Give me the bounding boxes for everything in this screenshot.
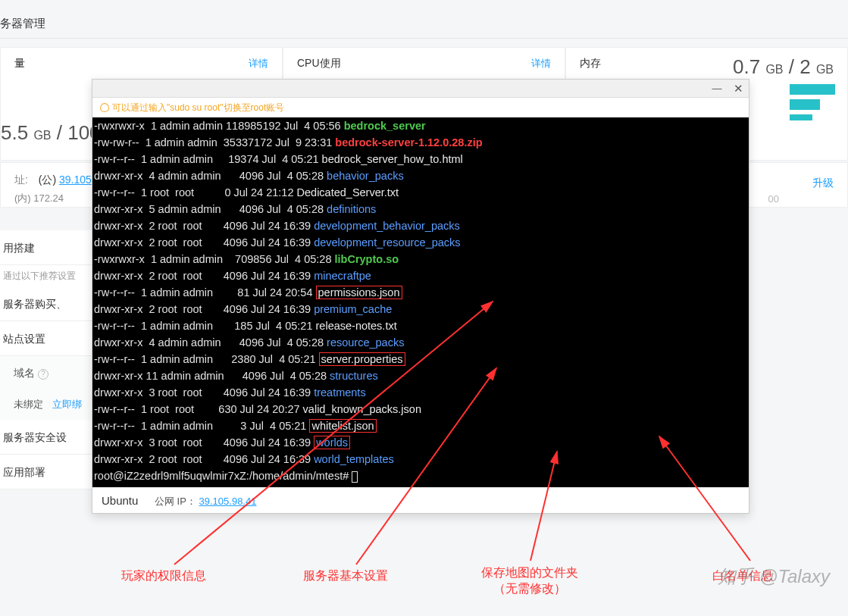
ls-row: -rw-r--r-- 1 root root 630 Jul 24 20:27 … xyxy=(94,401,747,417)
page-title: 务器管理 xyxy=(0,17,45,31)
ls-row: -rwxrwxr-x 1 admin admin 118985192 Jul 4… xyxy=(94,117,747,134)
ip-label: 公网 IP： xyxy=(155,496,196,507)
ls-row: drwxr-xr-x 2 root root 4096 Jul 24 16:39… xyxy=(94,234,747,251)
ls-row: -rw-r--r-- 1 admin admin 185 Jul 4 05:21… xyxy=(94,317,747,334)
terminal-output[interactable]: -rwxrwxr-x 1 admin admin 118985192 Jul 4… xyxy=(92,117,749,487)
upgrade-link[interactable]: 升级 xyxy=(812,177,834,190)
terminal-window: — ✕ 可以通过输入"sudo su root"切换至root账号 -rwxrw… xyxy=(92,79,749,514)
pub-prefix: (公) xyxy=(39,174,56,186)
private-ip: 172.24 xyxy=(33,192,64,204)
ls-row: -rwxrwxr-x 1 admin admin 709856 Jul 4 05… xyxy=(94,251,747,267)
ls-row: drwxr-xr-x 4 admin admin 4096 Jul 4 05:2… xyxy=(94,167,747,184)
ls-row: -rw-r--r-- 1 admin admin 3 Jul 4 05:21 w… xyxy=(94,417,747,434)
window-titlebar[interactable]: — ✕ xyxy=(92,80,749,98)
footer-ip-link[interactable]: 39.105.98.41 xyxy=(199,496,257,507)
terminal-footer: Ubuntu 公网 IP： 39.105.98.41 xyxy=(92,487,749,513)
public-ip-link[interactable]: 39.105 xyxy=(59,174,92,186)
ls-row: drwxr-xr-x 3 root root 4096 Jul 24 16:39… xyxy=(94,384,747,401)
divider xyxy=(0,38,848,39)
ls-row: -rw-r--r-- 1 admin admin 81 Jul 24 20:54… xyxy=(94,284,747,301)
terminal-notice: 可以通过输入"sudo su root"切换至root账号 xyxy=(92,98,749,117)
unbound-label: 未绑定 xyxy=(14,399,43,410)
ls-row: drwxr-xr-x 11 admin admin 4096 Jul 4 05:… xyxy=(94,367,747,384)
mem-value: 0.7 GB / 2 GB xyxy=(733,55,834,79)
ls-row: drwxr-xr-x 2 root root 4096 Jul 24 16:39… xyxy=(94,267,747,284)
right-val: 00 xyxy=(768,193,779,205)
close-button[interactable]: ✕ xyxy=(728,80,749,97)
cpu-detail-link[interactable]: 详情 xyxy=(531,57,551,70)
ls-row: drwxr-xr-x 4 admin admin 4096 Jul 4 05:2… xyxy=(94,334,747,351)
mem-bars-icon xyxy=(790,84,835,120)
disk-value: 5.5 GB / 100 xyxy=(1,121,101,145)
os-label: Ubuntu xyxy=(102,494,138,507)
ls-row: drwxr-xr-x 3 root root 4096 Jul 24 16:39… xyxy=(94,434,747,451)
ls-row: drwxr-xr-x 2 root root 4096 Jul 24 16:39… xyxy=(94,217,747,234)
ls-row: -rw-rw-r-- 1 admin admin 35337172 Jul 9 … xyxy=(94,134,747,151)
minimize-button[interactable]: — xyxy=(706,80,728,97)
ls-row: drwxr-xr-x 5 admin admin 4096 Jul 4 05:2… xyxy=(94,201,747,217)
ls-row: -rw-r--r-- 1 root root 0 Jul 24 21:12 De… xyxy=(94,184,747,201)
ls-row: drwxr-xr-x 2 root root 4096 Jul 24 16:39… xyxy=(94,451,747,467)
ls-row: drwxr-xr-x 2 root root 4096 Jul 24 16:39… xyxy=(94,301,747,317)
bind-now-link[interactable]: 立即绑 xyxy=(52,399,82,410)
addr-label: 址: xyxy=(14,174,28,186)
priv-prefix: (内) xyxy=(14,192,31,204)
prompt-line[interactable]: root@iZ2zedrl9mlf5uqwlmir7xZ:/home/admin… xyxy=(94,467,747,484)
cpu-label: CPU使用 xyxy=(297,57,551,70)
disk-label: 量 xyxy=(14,57,268,70)
bell-icon xyxy=(100,103,109,112)
ls-row: -rw-r--r-- 1 admin admin 19374 Jul 4 05:… xyxy=(94,151,747,167)
disk-detail-link[interactable]: 详情 xyxy=(249,57,268,70)
help-icon[interactable]: ? xyxy=(38,369,49,380)
ls-row: -rw-r--r-- 1 admin admin 2380 Jul 4 05:2… xyxy=(94,351,747,367)
